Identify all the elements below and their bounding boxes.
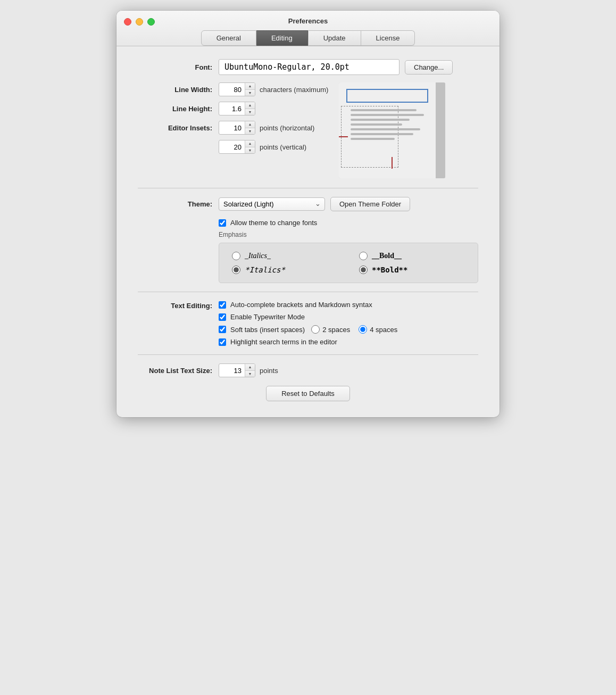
tab-editing[interactable]: Editing <box>256 30 308 46</box>
insets-h-unit: points (horizontal) <box>260 124 314 132</box>
theme-label: Theme: <box>138 200 212 208</box>
editor-insets-label: Editor Insets: <box>138 124 212 132</box>
emphasis-section-label: Emphasis <box>219 231 478 238</box>
note-list-size-stepper: ▲ ▼ <box>219 363 255 377</box>
insets-h-down[interactable]: ▼ <box>245 128 255 135</box>
autocomplete-label: Auto-complete brackets and Markdown synt… <box>230 301 372 309</box>
line-height-down[interactable]: ▼ <box>245 109 255 115</box>
highlight-search-checkbox[interactable] <box>219 338 226 346</box>
allow-theme-fonts-row: Allow theme to change fonts <box>219 219 478 227</box>
editor-insets-group: Editor Insets: ▲ ▼ points (horizontal) <box>138 121 328 154</box>
maximize-button[interactable] <box>147 18 155 26</box>
preview-line <box>351 109 417 111</box>
content-area: Font: Change... Line Width: ▲ ▼ char <box>116 46 500 417</box>
typewriter-checkbox[interactable] <box>219 313 226 321</box>
emphasis-bold-plain-option[interactable]: __Bold__ <box>359 252 465 260</box>
preview-line <box>351 119 409 121</box>
italics-plain-radio[interactable] <box>232 252 240 260</box>
insets-v-input[interactable] <box>219 140 245 153</box>
line-height-arrows: ▲ ▼ <box>245 102 255 115</box>
typewriter-row: Enable Typewriter Mode <box>219 313 397 321</box>
tab-bar: General Editing Update License <box>125 30 491 46</box>
line-width-unit: characters (maximum) <box>260 86 328 94</box>
bold-mark-radio[interactable] <box>359 266 368 274</box>
emphasis-bold-mark-option[interactable]: **Bold** <box>359 266 465 274</box>
tab-update[interactable]: Update <box>308 30 361 46</box>
emphasis-section: Emphasis _Italics_ __Bold__ <box>219 231 478 283</box>
preview-text-lines <box>351 109 424 143</box>
emphasis-italics-mark-option[interactable]: *Italics* <box>232 266 338 274</box>
two-spaces-label[interactable]: 2 spaces <box>311 325 350 334</box>
close-button[interactable] <box>124 18 131 26</box>
spaces-radio-group: 2 spaces 4 spaces <box>311 325 397 334</box>
two-spaces-radio[interactable] <box>311 325 320 334</box>
line-width-arrows: ▲ ▼ <box>245 83 255 96</box>
note-list-size-down[interactable]: ▼ <box>245 371 255 377</box>
soft-tabs-checkbox[interactable] <box>219 326 226 333</box>
titlebar: Preferences General Editing Update Licen… <box>116 11 500 46</box>
insets-h-up[interactable]: ▲ <box>245 121 255 128</box>
insets-v-arrows: ▲ ▼ <box>245 140 255 153</box>
emphasis-italics-plain-option[interactable]: _Italics_ <box>232 252 338 260</box>
autocomplete-checkbox[interactable] <box>219 301 226 309</box>
typewriter-label: Enable Typewriter Mode <box>230 313 305 321</box>
text-editing-section: Text Editing: Auto-complete brackets and… <box>138 301 478 346</box>
preview-line-width-indicator <box>346 89 428 103</box>
insets-h-stepper: ▲ ▼ <box>219 121 255 135</box>
four-spaces-text: 4 spaces <box>370 326 397 334</box>
line-height-label: Line Height: <box>138 105 212 113</box>
soft-tabs-label: Soft tabs (insert spaces) <box>230 326 305 334</box>
preview-line <box>351 123 402 126</box>
bold-plain-radio[interactable] <box>359 252 368 260</box>
emphasis-box: _Italics_ __Bold__ *Italics* <box>219 243 478 283</box>
highlight-search-label: Highlight search terms in the editor <box>230 338 337 346</box>
note-list-size-up[interactable]: ▲ <box>245 364 255 371</box>
font-row: Font: Change... <box>138 59 478 75</box>
window-title: Preferences <box>125 17 491 25</box>
note-list-size-arrows: ▲ ▼ <box>245 364 255 377</box>
editor-insets-vertical-row: ▲ ▼ points (vertical) <box>138 140 328 154</box>
note-list-size-label: Note List Text Size: <box>138 367 212 375</box>
change-font-button[interactable]: Change... <box>405 60 453 75</box>
minimize-button[interactable] <box>136 18 143 26</box>
allow-theme-fonts-label: Allow theme to change fonts <box>230 219 317 227</box>
line-height-row: Line Height: ▲ ▼ <box>138 102 328 115</box>
italics-mark-radio[interactable] <box>232 266 240 274</box>
editor-insets-horizontal-row: Editor Insets: ▲ ▼ points (horizontal) <box>138 121 328 135</box>
bold-plain-label: __Bold__ <box>372 252 402 260</box>
line-height-input[interactable] <box>219 102 245 115</box>
preferences-window: Preferences General Editing Update Licen… <box>116 11 500 417</box>
text-editing-options: Auto-complete brackets and Markdown synt… <box>219 301 397 346</box>
theme-select[interactable]: Solarized (Light) Solarized (Dark) Defau… <box>219 197 325 211</box>
line-width-down[interactable]: ▼ <box>245 90 255 96</box>
tab-license[interactable]: License <box>361 30 415 46</box>
four-spaces-label[interactable]: 4 spaces <box>359 325 397 334</box>
theme-row: Theme: Solarized (Light) Solarized (Dark… <box>138 197 478 211</box>
line-width-label: Line Width: <box>138 86 212 94</box>
preview-box <box>339 82 445 178</box>
insets-h-input[interactable] <box>219 121 245 134</box>
open-theme-folder-button[interactable]: Open Theme Folder <box>330 197 410 211</box>
soft-tabs-row: Soft tabs (insert spaces) 2 spaces 4 spa… <box>219 325 397 334</box>
italics-mark-label: *Italics* <box>245 266 285 274</box>
insets-v-unit: points (vertical) <box>260 143 306 151</box>
font-input[interactable] <box>219 59 399 75</box>
font-label: Font: <box>138 63 212 71</box>
line-width-row: Line Width: ▲ ▼ characters (maximum) <box>138 82 328 96</box>
line-width-input[interactable] <box>219 83 245 96</box>
four-spaces-radio[interactable] <box>359 325 367 334</box>
preview-line <box>351 133 413 135</box>
allow-theme-fonts-checkbox[interactable] <box>219 219 226 227</box>
insets-v-up[interactable]: ▲ <box>245 140 255 147</box>
separator-3 <box>138 354 478 355</box>
note-list-size-input[interactable] <box>219 364 245 377</box>
tab-general[interactable]: General <box>201 30 256 46</box>
line-height-stepper: ▲ ▼ <box>219 102 255 115</box>
line-width-up[interactable]: ▲ <box>245 83 255 90</box>
note-list-size-row: Note List Text Size: ▲ ▼ points <box>138 363 478 377</box>
separator-1 <box>138 188 478 188</box>
autocomplete-row: Auto-complete brackets and Markdown synt… <box>219 301 397 309</box>
line-height-up[interactable]: ▲ <box>245 102 255 109</box>
insets-v-down[interactable]: ▼ <box>245 147 255 154</box>
reset-to-defaults-button[interactable]: Reset to Defaults <box>266 386 350 401</box>
